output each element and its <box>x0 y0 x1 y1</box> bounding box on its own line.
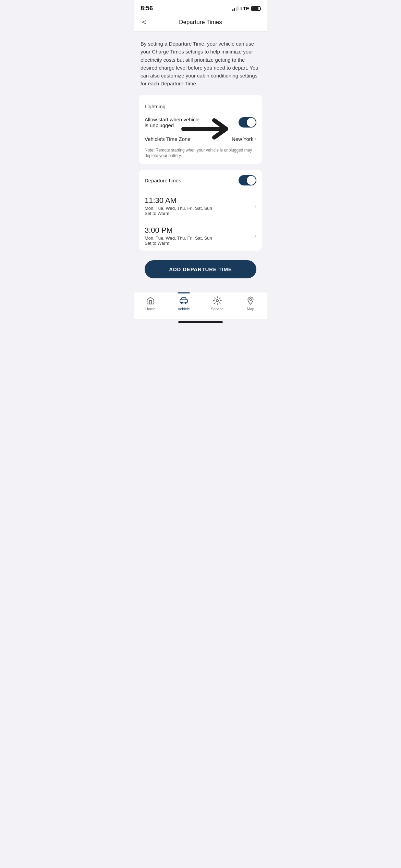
add-departure-button[interactable]: ADD DEPARTURE TIME <box>145 260 256 278</box>
departure-item-1-chevron: › <box>254 203 256 210</box>
timezone-text: New York <box>232 136 253 142</box>
allow-start-row: Allow start when vehicleis unplugged <box>145 113 256 132</box>
vehicle-settings-card: Lightning Allow start when vehicleis unp… <box>139 95 262 165</box>
vehicle-settings-wrapper: Lightning Allow start when vehicleis unp… <box>139 95 262 165</box>
departure-mode-1: Set to Warm <box>145 211 212 216</box>
status-time: 8:56 <box>141 5 153 12</box>
departure-days-1: Mon, Tue, Wed, Thu, Fri, Sat, Sun <box>145 206 212 211</box>
vehicle-name-label: Lightning <box>145 104 166 109</box>
add-departure-container: ADD DEPARTURE TIME <box>139 256 262 285</box>
tab-vehicle-label: Vehicle <box>178 307 190 311</box>
status-bar: 8:56 LTE <box>134 0 267 15</box>
unplug-note: Note: Remote starting when your vehicle … <box>145 147 256 159</box>
tab-home[interactable]: Home <box>134 296 167 311</box>
tab-service[interactable]: Service <box>200 296 234 311</box>
departure-item-2-details: 3:00 PM Mon, Tue, Wed, Thu, Fri, Sat, Su… <box>145 226 212 246</box>
map-icon <box>246 296 255 305</box>
allow-start-label-group: Allow start when vehicleis unplugged <box>145 117 199 128</box>
timezone-value: New York › <box>232 136 256 142</box>
departure-days-2: Mon, Tue, Wed, Thu, Fri, Sat, Sun <box>145 236 212 241</box>
timezone-chevron-icon: › <box>255 136 256 142</box>
signal-icon <box>232 6 239 11</box>
tab-home-label: Home <box>145 307 155 311</box>
allow-start-toggle[interactable] <box>239 117 256 128</box>
tab-map-label: Map <box>247 307 254 311</box>
departure-time-1: 11:30 AM <box>145 196 212 205</box>
vehicle-tab-indicator <box>178 292 190 293</box>
nav-header: < Departure Times <box>134 15 267 32</box>
departure-header: Departure times <box>139 170 262 191</box>
departure-time-2: 3:00 PM <box>145 226 212 235</box>
back-button[interactable]: < <box>139 16 149 28</box>
allow-start-label: Allow start when vehicleis unplugged <box>145 117 199 128</box>
vehicle-icon <box>179 296 189 305</box>
svg-point-1 <box>181 302 182 303</box>
departure-section: Departure times 11:30 AM Mon, Tue, Wed, … <box>139 170 262 251</box>
svg-point-4 <box>250 299 252 300</box>
departure-item-1-details: 11:30 AM Mon, Tue, Wed, Thu, Fri, Sat, S… <box>145 196 212 216</box>
departure-mode-2: Set to Warm <box>145 241 212 246</box>
status-icons: LTE <box>232 6 260 11</box>
timezone-row[interactable]: Vehicle's Time Zone New York › <box>145 132 256 146</box>
battery-icon <box>251 6 260 11</box>
departure-times-label: Departure times <box>145 178 181 183</box>
main-content: By setting a Departure Time, your vehicl… <box>134 32 267 292</box>
timezone-label: Vehicle's Time Zone <box>145 136 191 142</box>
departure-item-2-chevron: › <box>254 232 256 240</box>
description-text: By setting a Departure Time, your vehicl… <box>141 40 260 88</box>
tab-bar: Home Vehicle Service <box>134 292 267 319</box>
svg-rect-0 <box>180 299 187 303</box>
vehicle-name-row: Lightning <box>145 100 256 113</box>
departure-item-2[interactable]: 3:00 PM Mon, Tue, Wed, Thu, Fri, Sat, Su… <box>139 221 262 251</box>
home-indicator <box>134 319 267 324</box>
service-icon <box>212 296 222 305</box>
departure-item-1[interactable]: 11:30 AM Mon, Tue, Wed, Thu, Fri, Sat, S… <box>139 191 262 221</box>
svg-point-3 <box>216 300 219 302</box>
tab-vehicle[interactable]: Vehicle <box>167 296 201 311</box>
home-icon <box>146 296 155 305</box>
description-block: By setting a Departure Time, your vehicl… <box>139 38 262 95</box>
departure-times-toggle[interactable] <box>239 175 256 185</box>
tab-service-label: Service <box>211 307 223 311</box>
tab-map[interactable]: Map <box>234 296 268 311</box>
page-title: Departure Times <box>179 19 222 26</box>
svg-point-2 <box>185 302 186 303</box>
lte-label: LTE <box>241 6 249 11</box>
